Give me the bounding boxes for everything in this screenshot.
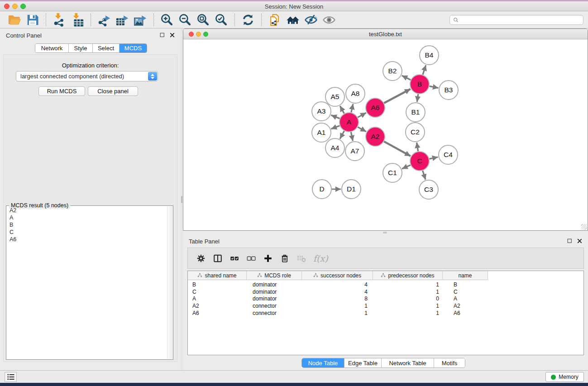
cell[interactable]: 8	[302, 295, 373, 303]
tab-edge-table[interactable]: Edge Table	[344, 358, 382, 367]
show-panel-button[interactable]	[322, 13, 336, 27]
run-mcds-button[interactable]: Run MCDS	[38, 86, 85, 96]
cell[interactable]: B	[443, 281, 488, 288]
import-network-button[interactable]	[52, 13, 67, 27]
export-image-button[interactable]	[133, 13, 148, 27]
edge-A-A6[interactable]	[358, 113, 366, 117]
zoom-fit-button[interactable]	[196, 13, 210, 27]
resize-grip-icon[interactable]	[581, 224, 587, 230]
refresh-layout-button[interactable]	[241, 13, 255, 27]
node-D1[interactable]: D1	[342, 180, 361, 199]
cell[interactable]: 1	[302, 302, 373, 310]
network-canvas[interactable]: B4B2BB3A8A5A6A3B1AC2A1A2A4A7C4CC1DD1C3	[183, 40, 588, 230]
edge-A-A8[interactable]	[351, 104, 353, 113]
edge-B-B2[interactable]	[402, 76, 411, 80]
cell[interactable]: 4	[302, 281, 373, 288]
table-row[interactable]: A2connector11A2	[188, 302, 583, 310]
export-table-button[interactable]	[115, 13, 129, 27]
table-row[interactable]: Adominator80A	[188, 295, 583, 303]
edge-A-A7[interactable]	[351, 132, 353, 141]
node-C1[interactable]: C1	[383, 163, 402, 182]
edge-A6-B[interactable]	[384, 89, 410, 103]
node-A7[interactable]: A7	[345, 142, 364, 161]
tab-select[interactable]: Select	[93, 44, 120, 52]
horizontal-splitter[interactable]	[183, 231, 588, 234]
deselect-all-button[interactable]	[244, 252, 258, 265]
edge-A2-C[interactable]	[384, 142, 411, 156]
zoom-out-button[interactable]	[178, 13, 192, 27]
node-B3[interactable]: B3	[439, 81, 458, 100]
edge-C-C2[interactable]	[417, 143, 418, 152]
cell[interactable]: 1	[373, 302, 443, 310]
cell[interactable]: A	[443, 295, 488, 303]
float-panel-icon[interactable]	[567, 238, 573, 244]
delete-column-button[interactable]	[278, 252, 292, 265]
edge-B-B4[interactable]	[423, 65, 426, 75]
tab-style[interactable]: Style	[69, 44, 93, 52]
tab-motifs[interactable]: Motifs	[434, 358, 465, 367]
table-row[interactable]: Cdominator41C	[188, 288, 583, 295]
edge-A-A4[interactable]	[340, 131, 344, 139]
edge-A-A5[interactable]	[340, 106, 344, 114]
network-graph[interactable]: B4B2BB3A8A5A6A3B1AC2A1A2A4A7C4CC1DD1C3	[183, 40, 588, 230]
edge-C-C4[interactable]	[430, 157, 438, 159]
cell[interactable]: 1	[373, 310, 443, 317]
node-A8[interactable]: A8	[346, 84, 365, 103]
cell[interactable]: A2	[188, 302, 247, 310]
column-header-successor-nodes[interactable]: successor nodes	[302, 271, 373, 280]
edge-C-C1[interactable]	[402, 165, 411, 169]
cell[interactable]: A6	[443, 310, 488, 317]
cell[interactable]: C	[443, 288, 488, 295]
cell[interactable]: connector	[247, 310, 302, 317]
result-item[interactable]: A6	[7, 236, 167, 243]
float-panel-icon[interactable]	[159, 32, 165, 38]
cell[interactable]: dominator	[247, 295, 302, 303]
select-all-button[interactable]	[228, 252, 241, 265]
panel-list-button[interactable]	[5, 372, 17, 382]
cell[interactable]: 4	[302, 288, 373, 295]
cell[interactable]: B	[188, 281, 247, 288]
node-B4[interactable]: B4	[420, 46, 439, 65]
table-row[interactable]: A6connector11A6	[188, 310, 583, 317]
network-window-titlebar[interactable]: testGlobe.txt	[183, 29, 588, 39]
tab-network[interactable]: Network	[35, 44, 69, 52]
close-panel-icon[interactable]	[577, 238, 583, 244]
cell[interactable]: A6	[188, 310, 247, 317]
edge-B-B3[interactable]	[430, 86, 439, 88]
cell[interactable]: connector	[247, 302, 302, 310]
node-A5[interactable]: A5	[325, 87, 344, 106]
edge-C-C3[interactable]	[423, 171, 425, 180]
zoom-in-button[interactable]	[160, 13, 174, 27]
node-C2[interactable]: C2	[406, 123, 425, 142]
edge-A-A3[interactable]	[331, 115, 339, 119]
export-network-button[interactable]	[97, 13, 111, 27]
node-A6[interactable]: A6	[366, 98, 385, 117]
node-B1[interactable]: B1	[406, 103, 425, 122]
save-session-button[interactable]	[25, 13, 40, 27]
close-panel-button[interactable]: Close panel	[88, 86, 138, 96]
result-item[interactable]: B	[7, 221, 167, 229]
add-column-button[interactable]	[261, 252, 275, 265]
cell[interactable]: A	[188, 295, 247, 303]
cell[interactable]: C	[188, 288, 247, 295]
tab-node-table[interactable]: Node Table	[302, 358, 344, 367]
node-A3[interactable]: A3	[312, 102, 331, 121]
column-header-predecessor-nodes[interactable]: predecessor nodes	[373, 271, 443, 280]
cell[interactable]: 0	[373, 295, 443, 303]
cell[interactable]: 1	[302, 310, 373, 317]
home-button[interactable]	[286, 13, 300, 27]
memory-button[interactable]: Memory	[545, 372, 584, 382]
node-A2[interactable]: A2	[366, 127, 385, 146]
cell[interactable]: 1	[373, 288, 443, 295]
node-A4[interactable]: A4	[325, 138, 344, 157]
node-B2[interactable]: B2	[383, 62, 402, 81]
optimization-criterion-select[interactable]: largest connected component (directed)	[16, 71, 158, 81]
result-scrollbar[interactable]	[167, 206, 172, 359]
cell[interactable]: dominator	[247, 288, 302, 295]
node-C4[interactable]: C4	[439, 145, 458, 164]
node-B[interactable]: B	[410, 75, 429, 94]
zoom-selected-button[interactable]	[214, 13, 229, 27]
cell[interactable]: dominator	[247, 281, 302, 288]
node-A1[interactable]: A1	[312, 123, 331, 142]
splitter-grip[interactable]	[181, 196, 182, 203]
